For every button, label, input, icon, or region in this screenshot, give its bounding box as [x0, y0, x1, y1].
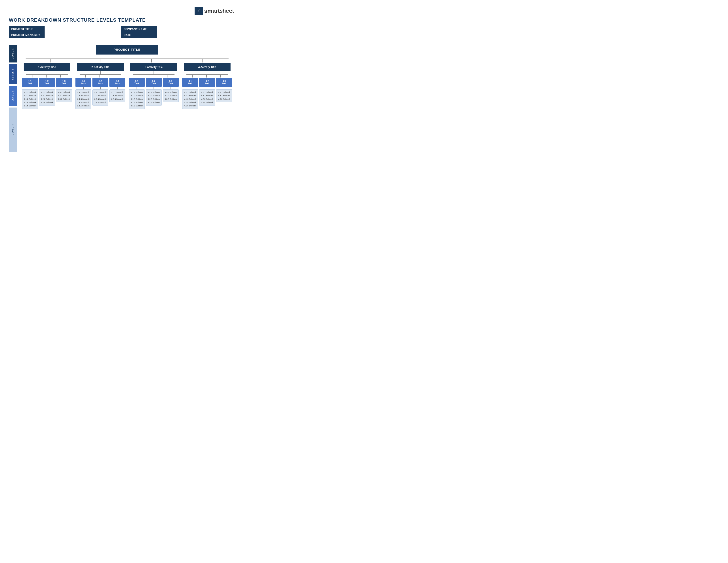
project-manager-value[interactable] — [45, 32, 121, 38]
a1-t1-drop — [32, 74, 32, 77]
info-table: PROJECT TITLE COMPANY NAME PROJECT MANAG… — [9, 26, 234, 38]
a3-tasks-row: 3.1Task 3.1.1 Subtask 3.1.2 Subtask 3.1.… — [129, 78, 179, 109]
task-4-2-box: 4.2Task — [199, 78, 215, 87]
connector-l1-down — [127, 55, 127, 58]
task-2-1-box: 2.1Task — [75, 78, 91, 87]
task-1-2-group: 1.2Task 1.2.1 Subtask 1.2.2 Subtask 1.2.… — [39, 78, 55, 109]
logo-area: ✓ smartsheet — [9, 7, 234, 15]
activity-4-group: 4 Activity Title 4.1Task 4.1.1 Subtask 4… — [180, 63, 234, 109]
task-3-3-group: 3.3Task 3.3.1 Subtask 3.3.2 Subtask 3.3.… — [163, 78, 179, 109]
task-3-3-subtasks: 3.3.1 Subtask 3.3.2 Subtask 3.3.3 Subtas… — [163, 89, 179, 102]
project-manager-label: PROJECT MANAGER — [9, 32, 45, 38]
a1-down — [47, 71, 47, 74]
activity-4-box: 4 Activity Title — [184, 63, 231, 71]
level-sidebar: LEVEL 1 LEVEL 2 LEVEL 3 LEVEL 4 — [9, 45, 17, 152]
task-1-1-box: 1.1 Task — [22, 78, 38, 87]
task-1-3-group: 1.3Task 1.3.1 Subtask 1.3.2 Subtask 1.3.… — [56, 78, 72, 109]
level-2-label: LEVEL 2 — [9, 64, 17, 84]
task-2-2-subtasks: 2.2.1 Subtask 2.2.2 Subtask 2.2.3 Subtas… — [92, 89, 108, 105]
task-4-1-group: 4.1Task 4.1.1 Subtask 4.1.2 Subtask 4.1.… — [182, 78, 198, 109]
task-1-2-subtasks: 1.2.1 Subtask 1.2.2 Subtask 1.2.3 Subtas… — [39, 89, 55, 105]
a1-t3-drop — [60, 74, 61, 77]
task-3-3-box: 3.3Task — [163, 78, 179, 87]
l2-row: 1 Activity Title 1.1 Task 1.1.1 Subtask … — [20, 63, 234, 109]
task-1-3-subtasks: 1.3.1 Subtask 1.3.2 Subtask 1.3.3 Subtas… — [56, 89, 72, 102]
task-4-3-box: 4.3Task — [216, 78, 232, 87]
task-3-1-group: 3.1Task 3.1.1 Subtask 3.1.2 Subtask 3.1.… — [129, 78, 145, 109]
activity-1-group: 1 Activity Title 1.1 Task 1.1.1 Subtask … — [20, 63, 74, 109]
project-title-node: PROJECT TITLE — [96, 45, 158, 55]
activity-2-box: 2 Activity Title — [77, 63, 124, 71]
task-4-2-group: 4.2Task 4.2.1 Subtask 4.2.2 Subtask 4.2.… — [199, 78, 215, 109]
task-2-3-group: 2.3Task 2.3.1 Subtask 2.3.2 Subtask 2.3.… — [109, 78, 125, 109]
activity-3-box: 3 Activity Title — [130, 63, 177, 71]
task-2-3-subtasks: 2.3.1 Subtask 2.3.2 Subtask 2.3.3 Subtas… — [109, 89, 125, 102]
v-drop-1 — [50, 58, 51, 62]
task-1-3-box: 1.3Task — [56, 78, 72, 87]
task-4-1-subtasks: 4.1.1 Subtask 4.1.2 Subtask 4.1.3 Subtas… — [182, 89, 198, 109]
level-4-label: LEVEL 4 — [9, 107, 17, 152]
a4-tasks-row: 4.1Task 4.1.1 Subtask 4.1.2 Subtask 4.1.… — [182, 78, 232, 109]
date-label: DATE — [121, 32, 157, 38]
task-2-2-box: 2.2Task — [92, 78, 108, 87]
h-connector-l2 — [26, 58, 229, 59]
a3-h-tasks — [133, 74, 175, 75]
company-name-label: COMPANY NAME — [121, 26, 157, 32]
task-2-3-box: 2.3Task — [109, 78, 125, 87]
smartsheet-logo: ✓ smartsheet — [195, 7, 234, 15]
task-4-2-subtasks: 4.2.1 Subtask 4.2.2 Subtask 4.2.3 Subtas… — [199, 89, 215, 105]
v-drop-2 — [101, 58, 101, 62]
project-title-label: PROJECT TITLE — [9, 26, 45, 32]
v-drop-4 — [202, 58, 203, 62]
a4-h-tasks — [186, 74, 228, 75]
project-title-value[interactable] — [45, 26, 121, 32]
a1-t2-drop — [46, 74, 47, 77]
task-2-1-group: 2.1Task 2.1.1 Subtask 2.1.2 Subtask 2.1.… — [75, 78, 91, 109]
level-1-label: LEVEL 1 — [9, 45, 17, 62]
task-4-3-subtasks: 4.3.1 Subtask 4.3.2 Subtask 4.3.3 Subtas… — [216, 89, 232, 102]
activity-3-group: 3 Activity Title 3.1Task 3.1.1 Subtask 3… — [127, 63, 180, 109]
date-value[interactable] — [157, 32, 234, 38]
task-2-1-subtasks: 2.1.1 Subtask 2.1.2 Subtask 2.1.3 Subtas… — [75, 89, 91, 109]
task-2-2-group: 2.2Task 2.2.1 Subtask 2.2.2 Subtask 2.2.… — [92, 78, 108, 109]
logo-check-icon: ✓ — [195, 7, 203, 15]
task-1-1-subtasks: 1.1.1 Subtask 1.1.2 Subtask 1.1.3 Subtas… — [22, 89, 38, 109]
wbs-main: PROJECT TITLE 1 Activity Title — [20, 45, 234, 152]
task-3-1-subtasks: 3.1.1 Subtask 3.1.2 Subtask 3.1.3 Subtas… — [129, 89, 145, 109]
page-title: WORK BREAKDOWN STRUCTURE LEVELS TEMPLATE — [9, 17, 234, 23]
task-4-1-box: 4.1Task — [182, 78, 198, 87]
level-3-label: LEVEL 3 — [9, 86, 17, 106]
a2-tasks-row: 2.1Task 2.1.1 Subtask 2.1.2 Subtask 2.1.… — [75, 78, 125, 109]
task-3-2-subtasks: 3.2.1 Subtask 3.2.2 Subtask 3.2.3 Subtas… — [146, 89, 162, 105]
activity-1-box: 1 Activity Title — [24, 63, 71, 71]
task-3-2-box: 3.2Task — [146, 78, 162, 87]
v-drop-3 — [151, 58, 152, 62]
a2-h-tasks — [80, 74, 121, 75]
task-1-1-group: 1.1 Task 1.1.1 Subtask 1.1.2 Subtask 1.1… — [22, 78, 38, 109]
a1-h-tasks — [26, 74, 68, 75]
company-name-value[interactable] — [157, 26, 234, 32]
logo-text: smartsheet — [204, 8, 234, 14]
a1-tasks-row: 1.1 Task 1.1.1 Subtask 1.1.2 Subtask 1.1… — [22, 78, 72, 109]
task-3-1-box: 3.1Task — [129, 78, 145, 87]
task-3-2-group: 3.2Task 3.2.1 Subtask 3.2.2 Subtask 3.2.… — [146, 78, 162, 109]
task-1-2-box: 1.2Task — [39, 78, 55, 87]
task-4-3-group: 4.3Task 4.3.1 Subtask 4.3.2 Subtask 4.3.… — [216, 78, 232, 109]
activity-2-group: 2 Activity Title 2.1Task 2.1.1 Subtask 2… — [74, 63, 127, 109]
